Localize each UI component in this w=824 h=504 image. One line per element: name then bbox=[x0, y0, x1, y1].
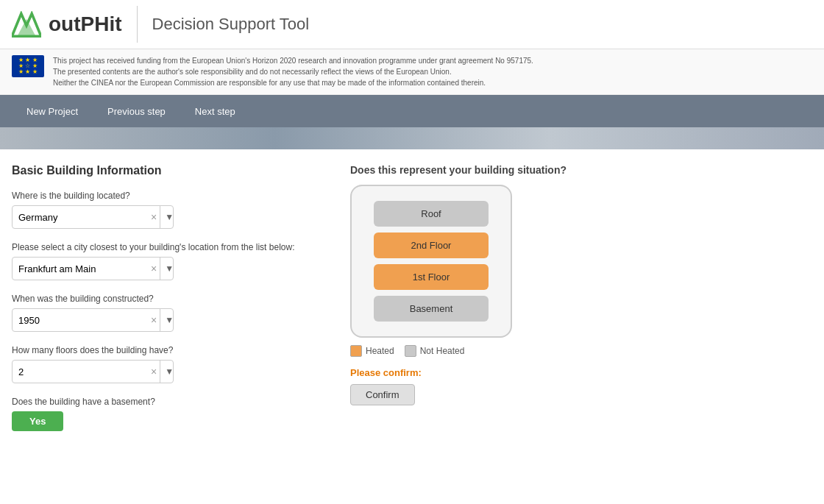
eu-text-line1: This project has received funding from t… bbox=[53, 55, 533, 66]
eu-text-line2: The presented contents are the author's … bbox=[53, 66, 533, 77]
eu-banner: ★ ★ ★★ ☆ ★★ ★ ★ This project has receive… bbox=[0, 49, 824, 95]
toolbar: New Project Previous step Next step bbox=[0, 95, 824, 127]
logo-text: outPHit bbox=[49, 13, 122, 36]
yes-button[interactable]: Yes bbox=[12, 411, 63, 431]
construction-dropdown-button[interactable]: ▼ bbox=[160, 309, 178, 331]
app-title: Decision Support Tool bbox=[152, 15, 310, 34]
location-select-wrapper: × ▼ bbox=[12, 205, 174, 229]
floors-select-wrapper: × ▼ bbox=[12, 360, 174, 383]
legend: Heated Not Heated bbox=[350, 345, 615, 357]
right-panel: Does this represent your building situat… bbox=[350, 164, 615, 444]
eu-stars: ★ ★ ★★ ☆ ★★ ★ ★ bbox=[18, 57, 37, 75]
legend-not-heated-item: Not Heated bbox=[405, 345, 465, 357]
eu-text-line3: Neither the CINEA nor the European Commi… bbox=[53, 77, 533, 88]
floors-dropdown-button[interactable]: ▼ bbox=[160, 361, 178, 383]
construction-label: When was the building constructed? bbox=[12, 294, 321, 304]
svg-marker-1 bbox=[17, 19, 35, 36]
header-divider bbox=[137, 6, 138, 43]
location-input[interactable] bbox=[13, 209, 148, 226]
basement-label: Does the building have a basement? bbox=[12, 397, 321, 407]
eu-text: This project has received funding from t… bbox=[53, 55, 533, 88]
floors-label: How many floors does the building have? bbox=[12, 345, 321, 355]
main-content: Basic Building Information Where is the … bbox=[0, 149, 824, 459]
city-dropdown-button[interactable]: ▼ bbox=[160, 258, 178, 280]
city-input[interactable] bbox=[13, 260, 148, 277]
legend-heated-label: Heated bbox=[366, 346, 394, 356]
legend-not-heated-label: Not Heated bbox=[420, 346, 465, 356]
construction-input[interactable] bbox=[13, 312, 148, 329]
construction-select-wrapper: × ▼ bbox=[12, 308, 174, 332]
building-visual: Roof 2nd Floor 1st Floor Basement bbox=[350, 185, 512, 338]
location-field-group: Where is the building located? × ▼ bbox=[12, 191, 321, 229]
location-clear-button[interactable]: × bbox=[148, 211, 160, 223]
banner-image bbox=[0, 127, 824, 149]
construction-field-group: When was the building constructed? × ▼ bbox=[12, 294, 321, 332]
section-title: Basic Building Information bbox=[12, 164, 321, 177]
floors-input[interactable] bbox=[13, 363, 148, 380]
legend-heated-item: Heated bbox=[350, 345, 394, 357]
basement-field-group: Does the building have a basement? Yes bbox=[12, 397, 321, 431]
please-confirm-text: Please confirm: bbox=[350, 367, 615, 378]
second-floor-button[interactable]: 2nd Floor bbox=[374, 233, 489, 258]
city-select-wrapper: × ▼ bbox=[12, 257, 174, 280]
right-title: Does this represent your building situat… bbox=[350, 164, 615, 176]
roof-floor-button[interactable]: Roof bbox=[374, 201, 489, 227]
eu-flag: ★ ★ ★★ ☆ ★★ ★ ★ bbox=[12, 55, 44, 77]
floors-field-group: How many floors does the building have? … bbox=[12, 345, 321, 383]
city-field-group: Please select a city closest to your bui… bbox=[12, 242, 321, 280]
next-step-button[interactable]: Next step bbox=[180, 99, 250, 124]
logo-icon bbox=[12, 11, 41, 38]
location-dropdown-button[interactable]: ▼ bbox=[160, 206, 178, 228]
city-clear-button[interactable]: × bbox=[148, 263, 160, 274]
legend-not-heated-box bbox=[405, 345, 416, 357]
legend-heated-box bbox=[350, 345, 362, 357]
city-label: Please select a city closest to your bui… bbox=[12, 242, 321, 252]
first-floor-button[interactable]: 1st Floor bbox=[374, 264, 489, 290]
header: outPHit Decision Support Tool bbox=[0, 0, 824, 49]
left-panel: Basic Building Information Where is the … bbox=[12, 164, 321, 444]
location-label: Where is the building located? bbox=[12, 191, 321, 201]
floors-clear-button[interactable]: × bbox=[148, 366, 160, 377]
previous-step-button[interactable]: Previous step bbox=[93, 99, 180, 124]
construction-clear-button[interactable]: × bbox=[148, 314, 160, 326]
basement-floor-button[interactable]: Basement bbox=[374, 296, 489, 322]
new-project-button[interactable]: New Project bbox=[12, 99, 93, 124]
logo-area: outPHit bbox=[12, 11, 122, 38]
confirm-button[interactable]: Confirm bbox=[350, 384, 415, 405]
